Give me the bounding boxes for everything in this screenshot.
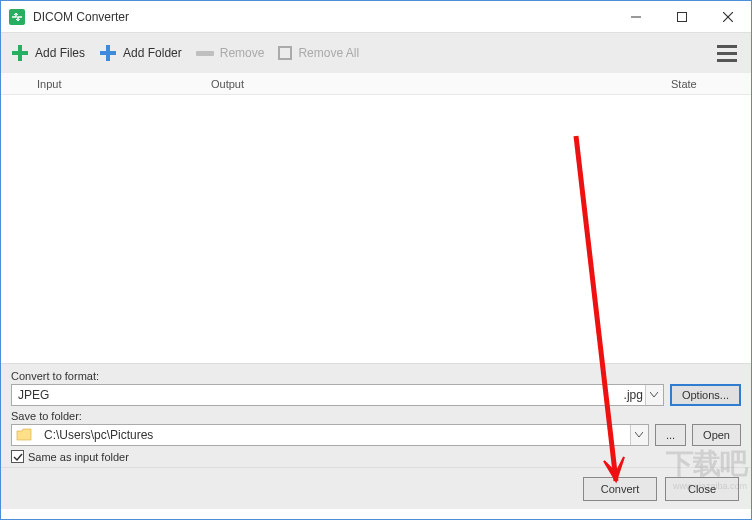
format-combobox[interactable]: JPEG .jpg (11, 384, 664, 406)
same-folder-label: Same as input folder (28, 451, 129, 463)
conversion-panel: Convert to format: JPEG .jpg Options... … (1, 363, 751, 467)
options-button[interactable]: Options... (670, 384, 741, 406)
same-folder-checkbox-row[interactable]: Same as input folder (11, 450, 741, 463)
add-folder-button[interactable]: Add Folder (99, 44, 182, 62)
watermark-url: www.xiazaiba.com (673, 481, 747, 491)
folder-icon (16, 428, 32, 442)
folder-label: Save to folder: (11, 410, 741, 422)
chevron-down-icon (630, 425, 648, 445)
file-list[interactable] (1, 95, 751, 363)
column-input[interactable]: Input (1, 78, 211, 90)
browse-button[interactable]: ... (655, 424, 686, 446)
format-ext: .jpg (624, 388, 645, 402)
footer: Convert Close (1, 467, 751, 509)
remove-all-button[interactable]: Remove All (278, 46, 359, 60)
minus-icon (196, 51, 214, 56)
add-files-label: Add Files (35, 46, 85, 60)
column-output[interactable]: Output (211, 78, 671, 90)
same-folder-checkbox[interactable] (11, 450, 24, 463)
chevron-down-icon (645, 385, 663, 405)
column-state[interactable]: State (671, 78, 751, 90)
format-label: Convert to format: (11, 370, 741, 382)
folder-value: C:\Users\pc\Pictures (38, 428, 630, 442)
remove-all-label: Remove All (298, 46, 359, 60)
titlebar: DICOM Converter (1, 1, 751, 33)
list-header: Input Output State (1, 73, 751, 95)
svg-rect-1 (678, 12, 687, 21)
menu-button[interactable] (713, 41, 741, 66)
maximize-button[interactable] (659, 1, 705, 32)
close-window-button[interactable] (705, 1, 751, 32)
add-folder-label: Add Folder (123, 46, 182, 60)
format-value: JPEG (12, 388, 624, 402)
square-icon (278, 46, 292, 60)
minimize-button[interactable] (613, 1, 659, 32)
window-controls (613, 1, 751, 32)
watermark: 下载吧 (666, 445, 747, 483)
check-icon (13, 452, 23, 462)
toolbar: Add Files Add Folder Remove Remove All (1, 33, 751, 73)
add-files-button[interactable]: Add Files (11, 44, 85, 62)
folder-combobox[interactable]: C:\Users\pc\Pictures (11, 424, 649, 446)
app-icon (9, 9, 25, 25)
convert-button[interactable]: Convert (583, 477, 657, 501)
open-folder-button[interactable]: Open (692, 424, 741, 446)
remove-label: Remove (220, 46, 265, 60)
window-title: DICOM Converter (33, 10, 613, 24)
remove-button[interactable]: Remove (196, 46, 265, 60)
hamburger-icon (717, 45, 737, 48)
